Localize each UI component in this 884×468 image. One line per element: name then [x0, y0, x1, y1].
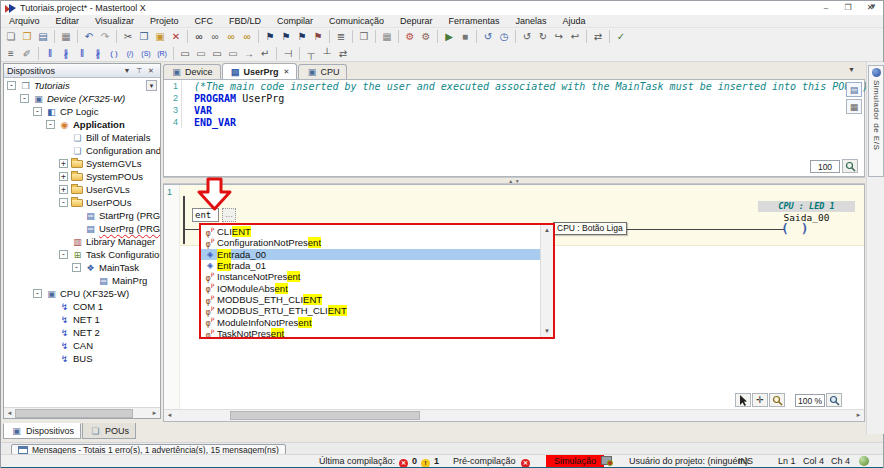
- clock-icon[interactable]: ◷: [497, 29, 512, 44]
- autocomplete-item-client[interactable]: φPCLIENT: [201, 226, 540, 237]
- expander-icon[interactable]: -: [7, 81, 16, 90]
- insert-box-icon[interactable]: ▭: [178, 46, 193, 61]
- expander-icon[interactable]: -: [72, 263, 81, 272]
- textual-view-button[interactable]: ▤: [846, 82, 862, 97]
- scroll-down-icon[interactable]: ▼: [541, 326, 553, 337]
- menu-fbd-ld[interactable]: FBD/LD: [221, 15, 269, 28]
- tree-item-mainprg[interactable]: ▤MainPrg: [4, 274, 160, 287]
- find-in-project-icon[interactable]: ∞: [224, 29, 239, 44]
- menu-visualizar[interactable]: Visualizar: [87, 15, 142, 28]
- menu-depurar[interactable]: Depurar: [392, 15, 441, 28]
- insert-network-icon[interactable]: ≡: [4, 46, 19, 61]
- save-icon[interactable]: ▤: [36, 29, 51, 44]
- reset-warm-icon[interactable]: ↺: [520, 29, 535, 44]
- autocomplete-item-entrada-00[interactable]: ◈Entrada_00: [201, 249, 540, 260]
- autocomplete-item-entrada-01[interactable]: ◈Entrada_01: [201, 260, 540, 271]
- panel-dropdown-icon[interactable]: ▼: [121, 67, 133, 74]
- prev-bookmark-icon[interactable]: ⚑: [279, 29, 294, 44]
- expander-icon[interactable]: -: [20, 94, 29, 103]
- toggle-bookmark-icon[interactable]: ⚑: [263, 29, 278, 44]
- editor-tab-device[interactable]: ▣Device: [163, 64, 221, 79]
- login-icon[interactable]: ⚙: [403, 29, 418, 44]
- clear-bookmarks-icon[interactable]: ⚑: [311, 29, 326, 44]
- insert-comment-icon[interactable]: ✐: [20, 46, 35, 61]
- undo-icon[interactable]: ↶: [82, 29, 97, 44]
- static-analysis-icon[interactable]: ✓: [614, 29, 629, 44]
- scroll-right-icon[interactable]: ►: [853, 410, 864, 421]
- menu-arquivo[interactable]: Arquivo: [1, 15, 48, 28]
- expander-icon[interactable]: -: [59, 250, 68, 259]
- tree-item-task-configuration[interactable]: -⊞Task Configuration: [4, 248, 160, 261]
- find-replace-icon[interactable]: ∞: [208, 29, 223, 44]
- update-parameters-icon[interactable]: ⇄: [336, 46, 351, 61]
- tree-item-application[interactable]: -◉Application: [4, 118, 160, 131]
- find-icon[interactable]: ∞: [192, 29, 207, 44]
- new-file-icon[interactable]: ❏: [4, 29, 19, 44]
- tree-item-cpu-xf325-w[interactable]: -▣CPU (XF325-W): [4, 287, 160, 300]
- autocomplete-item-tasknotpresent[interactable]: φPTaskNotPresent: [201, 328, 540, 337]
- expander-icon[interactable]: -: [33, 107, 42, 116]
- tree-item-userprg-prg[interactable]: ▤UserPrg (PRG): [4, 222, 160, 235]
- scroll-up-icon[interactable]: ▲: [541, 225, 553, 236]
- tree-item-library-manager[interactable]: ▥Library Manager: [4, 235, 160, 248]
- tab-close-icon[interactable]: ✕: [284, 68, 290, 76]
- minimize-button[interactable]: –: [815, 1, 837, 14]
- magnifier-icon[interactable]: [769, 393, 785, 407]
- expander-icon[interactable]: -: [59, 198, 68, 207]
- autocomplete-item-modbus-rtu-eth-client[interactable]: φPMODBUS_RTU_ETH_CLIENT: [201, 305, 540, 316]
- splitter-handle[interactable]: ▲ ▼: [163, 177, 865, 184]
- tree-item-net-1[interactable]: ↯NET 1: [4, 313, 160, 326]
- declaration-zoom-value[interactable]: 100: [810, 160, 840, 173]
- autocomplete-item-instancenotpresent[interactable]: φPInstanceNotPresent: [201, 271, 540, 282]
- io-simulator-tab[interactable]: Simulador de E/S: [868, 65, 884, 177]
- autocomplete-item-iomoduleabsent[interactable]: φPIOModuleAbsent: [201, 282, 540, 293]
- scroll-left-icon[interactable]: ◄: [164, 410, 175, 421]
- tree-item-net-2[interactable]: ↯NET 2: [4, 326, 160, 339]
- tree-item-configuration-and-c[interactable]: ❏Configuration and C: [4, 144, 160, 157]
- insert-contact-icon[interactable]: ‖: [43, 46, 58, 61]
- insert-parallel-negated-contact-icon[interactable]: ∦: [91, 46, 106, 61]
- redo-icon[interactable]: ↷: [98, 29, 113, 44]
- ladder-hscrollbar[interactable]: ◄ ►: [164, 409, 864, 421]
- build-icon[interactable]: ≣: [334, 29, 349, 44]
- menu-ferramentas[interactable]: Ferramentas: [441, 15, 508, 28]
- insert-execute-block-icon[interactable]: ▭: [226, 46, 241, 61]
- tree-item-systemgvls[interactable]: +SystemGVLs: [4, 157, 160, 170]
- insert-branch-icon[interactable]: ┬: [304, 46, 319, 61]
- scroll-thumb[interactable]: [230, 411, 420, 420]
- editor-tab-cpu[interactable]: ▣CPU: [298, 64, 347, 79]
- run-icon[interactable]: ▶: [442, 29, 457, 44]
- menu-ajuda[interactable]: Ajuda: [555, 15, 594, 28]
- editor-tab-userprg[interactable]: ▤UserPrg✕: [222, 63, 298, 79]
- sidebar-tab-pous[interactable]: ❏POUs: [82, 423, 136, 439]
- menu-cfc[interactable]: CFC: [186, 15, 221, 28]
- tree-item-cp-logic[interactable]: -◧CP Logic: [4, 105, 160, 118]
- select-cursor-icon[interactable]: [735, 393, 751, 407]
- scroll-left-icon[interactable]: ◄: [4, 408, 15, 419]
- tree-item-bill-of-materials[interactable]: ❏Bill of Materials: [4, 131, 160, 144]
- tree-item-systempous[interactable]: +SystemPOUs: [4, 170, 160, 183]
- devices-hscrollbar[interactable]: ◄ ►: [4, 407, 160, 418]
- tree-item-device-xf325-w[interactable]: -▣Device (XF325-W): [4, 92, 160, 105]
- filter-icon[interactable]: ▼: [869, 2, 877, 11]
- copy-icon[interactable]: ❐: [137, 29, 152, 44]
- sidebar-tab-dispositivos[interactable]: ▣Dispositivos: [3, 423, 81, 439]
- next-bookmark-icon[interactable]: ⚑: [295, 29, 310, 44]
- zoom-magnifier-icon[interactable]: [842, 159, 858, 173]
- tree-item-bus[interactable]: ↯BUS: [4, 352, 160, 365]
- tree-item-com-1[interactable]: ↯COM 1: [4, 300, 160, 313]
- insert-negated-contact-icon[interactable]: ∦: [59, 46, 74, 61]
- boot-application-icon[interactable]: ▦: [380, 29, 395, 44]
- flow-control-icon[interactable]: ⇄: [591, 29, 606, 44]
- replace-in-project-icon[interactable]: ∞: [240, 29, 255, 44]
- autocomplete-item-modbus-eth-client[interactable]: φPMODBUS_ETH_CLIENT: [201, 294, 540, 305]
- insert-return-icon[interactable]: ↵: [258, 46, 273, 61]
- paste-icon[interactable]: ▣: [153, 29, 168, 44]
- menu-comunica-o[interactable]: Comunicação: [321, 15, 392, 28]
- insert-parallel-contact-icon[interactable]: ‖: [75, 46, 90, 61]
- insert-reset-coil-icon[interactable]: (R): [155, 46, 170, 61]
- menu-projeto[interactable]: Projeto: [142, 15, 187, 28]
- insert-jump-icon[interactable]: →: [242, 46, 257, 61]
- delete-icon[interactable]: ✕: [169, 29, 184, 44]
- menu-compilar[interactable]: Compilar: [269, 15, 321, 28]
